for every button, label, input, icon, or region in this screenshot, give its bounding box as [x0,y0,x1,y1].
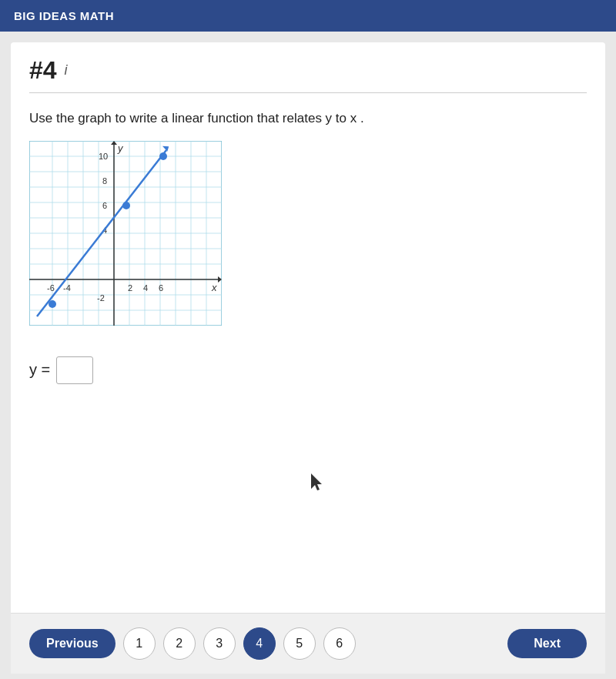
page-button-5[interactable]: 5 [283,627,316,660]
svg-text:-6: -6 [47,283,55,293]
page-button-2[interactable]: 2 [163,627,196,660]
svg-point-41 [122,202,130,209]
svg-text:10: 10 [99,152,108,161]
svg-text:4: 4 [143,283,148,293]
bottom-nav: Previous 1 2 3 4 5 6 Next [11,613,605,674]
answer-row: y = [11,344,605,396]
answer-label: y = [29,361,50,379]
page-button-3[interactable]: 3 [203,627,236,660]
previous-button[interactable]: Previous [29,629,116,658]
svg-text:6: 6 [102,201,107,210]
svg-text:x: x [211,282,217,293]
next-button[interactable]: Next [507,629,587,658]
svg-point-42 [159,152,167,160]
app-title: BIG IDEAS MATH [14,9,114,22]
question-number: #4 [29,56,57,85]
app-header: BIG IDEAS MATH [0,0,616,32]
svg-text:-2: -2 [97,293,105,303]
svg-text:2: 2 [128,283,132,293]
svg-point-43 [49,300,56,308]
page-button-1[interactable]: 1 [123,627,156,660]
coordinate-graph: y x -6 -4 2 4 6 10 8 6 4 -2 [29,141,222,326]
answer-input[interactable] [56,356,93,384]
svg-text:-4: -4 [63,283,71,293]
page-button-6[interactable]: 6 [323,627,356,660]
page-button-4[interactable]: 4 [243,627,276,660]
graph-container: y x -6 -4 2 4 6 10 8 6 4 -2 [29,141,222,326]
info-icon: i [65,62,68,79]
svg-text:6: 6 [159,283,163,293]
svg-marker-44 [311,473,322,490]
svg-text:8: 8 [102,176,107,186]
question-text: Use the graph to write a linear function… [11,93,605,141]
question-header: #4 i [11,42,605,92]
main-card: #4 i Use the graph to write a linear fun… [11,42,605,674]
